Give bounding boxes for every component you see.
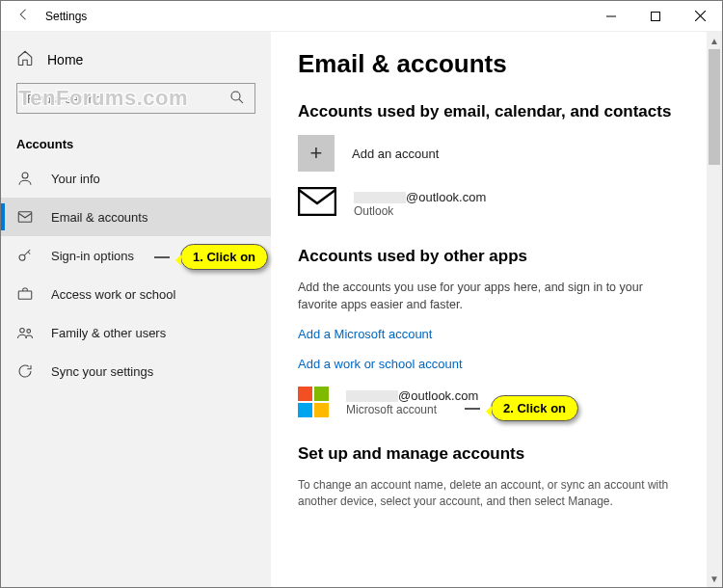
scroll-track[interactable] <box>707 49 722 570</box>
svg-point-8 <box>19 254 25 260</box>
add-work-school-account-link[interactable]: Add a work or school account <box>298 357 699 371</box>
add-account-row[interactable]: + Add an account <box>298 135 699 172</box>
scroll-up-arrow[interactable]: ▲ <box>707 32 722 49</box>
section-heading: Accounts used by email, calendar, and co… <box>298 102 699 121</box>
svg-rect-9 <box>18 291 32 299</box>
back-button[interactable] <box>9 6 40 27</box>
section-description: To change an account name, delete an acc… <box>298 477 699 510</box>
sidebar: Home Accounts Your info Email & acco <box>1 32 271 587</box>
titlebar: Settings <box>1 1 722 32</box>
account-email: @outlook.com <box>346 388 478 403</box>
scroll-thumb[interactable] <box>709 49 720 165</box>
section-heading: Accounts used by other apps <box>298 247 699 266</box>
vertical-scrollbar[interactable]: ▲ ▼ <box>707 32 722 587</box>
home-icon <box>16 49 34 69</box>
section-heading: Set up and manage accounts <box>298 444 699 464</box>
sidebar-item-label: Email & accounts <box>51 210 147 225</box>
svg-rect-7 <box>18 212 32 223</box>
window-title: Settings <box>40 10 87 23</box>
svg-point-10 <box>20 329 25 334</box>
scroll-down-arrow[interactable]: ▼ <box>707 570 722 587</box>
sidebar-item-your-info[interactable]: Your info <box>1 159 271 198</box>
redacted-text <box>354 192 406 203</box>
sidebar-item-family-users[interactable]: Family & other users <box>1 313 271 352</box>
close-button[interactable] <box>678 1 722 32</box>
settings-window: Settings Home <box>0 0 723 588</box>
section-manage-accounts: Set up and manage accounts To change an … <box>298 444 699 510</box>
sidebar-item-label: Your info <box>51 172 100 186</box>
section-email-accounts: Accounts used by email, calendar, and co… <box>298 102 699 220</box>
add-account-label: Add an account <box>352 147 439 161</box>
home-nav[interactable]: Home <box>1 43 271 75</box>
account-email: @outlook.com <box>354 190 486 204</box>
maximize-button[interactable] <box>633 1 678 32</box>
briefcase-icon <box>16 285 34 303</box>
annotation-callout-1: 1. Click on <box>180 244 268 270</box>
mail-icon <box>16 208 34 226</box>
mail-tile-icon <box>298 187 336 220</box>
sync-icon <box>16 362 34 380</box>
plus-icon: + <box>298 135 335 172</box>
annotation-callout-2: 2. Click on <box>491 395 578 421</box>
sidebar-item-label: Access work or school <box>51 287 175 302</box>
sidebar-item-access-work-school[interactable]: Access work or school <box>1 275 271 313</box>
account-type: Microsoft account <box>346 403 478 416</box>
key-icon <box>16 247 34 264</box>
page-title: Email & accounts <box>298 49 699 79</box>
sidebar-item-label: Sign-in options <box>51 249 134 263</box>
add-microsoft-account-link[interactable]: Add a Microsoft account <box>298 327 699 341</box>
sidebar-item-sync-settings[interactable]: Sync your settings <box>1 352 271 390</box>
sidebar-item-label: Family & other users <box>51 326 166 340</box>
svg-rect-12 <box>299 188 335 215</box>
search-input[interactable] <box>16 83 255 114</box>
section-other-apps: Accounts used by other apps Add the acco… <box>298 247 699 417</box>
sidebar-item-email-accounts[interactable]: Email & accounts <box>1 198 271 236</box>
sidebar-item-label: Sync your settings <box>51 364 153 379</box>
sidebar-section-title: Accounts <box>1 123 271 159</box>
svg-point-11 <box>27 330 31 334</box>
people-icon <box>16 324 34 341</box>
minimize-button[interactable] <box>589 1 633 32</box>
person-icon <box>16 170 34 187</box>
account-type: Outlook <box>354 204 486 218</box>
account-row-outlook[interactable]: @outlook.com Outlook <box>298 187 699 220</box>
main-content: Email & accounts Accounts used by email,… <box>271 32 722 587</box>
home-label: Home <box>47 52 83 67</box>
svg-point-6 <box>22 173 28 178</box>
section-description: Add the accounts you use for your apps h… <box>298 280 699 313</box>
svg-rect-1 <box>652 12 660 20</box>
redacted-text <box>346 390 398 402</box>
microsoft-logo-icon <box>298 387 329 417</box>
